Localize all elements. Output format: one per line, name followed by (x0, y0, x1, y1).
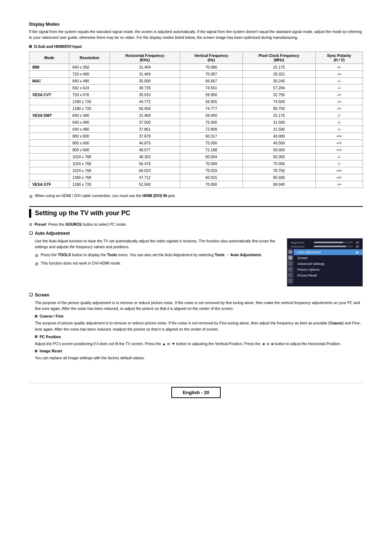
icon2: Q (288, 255, 293, 260)
data-cell: 95.750 (242, 105, 315, 112)
brightness-row: Brightness 45 (287, 241, 363, 245)
footer-box: English - 20 (171, 387, 221, 398)
data-cell: 60.004 (180, 153, 242, 160)
mode-cell (29, 119, 69, 126)
auto-adjustment-note1: ⊘ Press the TOOLS button to display the … (35, 252, 279, 259)
table-row: 640 x 48037.86172.80931.500-/- (29, 126, 363, 132)
resolution-cell: 800 x 600 (69, 146, 110, 153)
section-bar (29, 209, 31, 218)
data-cell: 59.940 (180, 112, 242, 119)
data-cell: 47.712 (110, 174, 180, 181)
data-cell: 70.069 (180, 160, 242, 167)
data-cell: -/- (315, 160, 363, 167)
data-cell: 37.861 (110, 126, 180, 132)
data-cell: 72.809 (180, 126, 242, 132)
resolution-cell: 640 x 480 (69, 77, 110, 84)
data-cell: 56.476 (110, 160, 180, 167)
data-cell: +/+ (315, 167, 363, 174)
table-row: VESA GTF1280 x 72052.50070.00089.040-/+ (29, 181, 363, 188)
data-cell: -/+ (315, 70, 363, 77)
table-row: 1024 x 76856.47670.06975.000-/- (29, 160, 363, 167)
resolution-cell: 800 x 600 (69, 132, 110, 139)
mode-cell: VESA GTF (29, 181, 69, 188)
mode-cell (29, 70, 69, 77)
data-cell: -/- (315, 77, 363, 84)
resolution-cell: 720 x 576 (69, 91, 110, 98)
data-cell: 59.950 (180, 91, 242, 98)
data-cell: 56.456 (110, 105, 180, 112)
display-modes-intro: If the signal from the system equals the… (29, 29, 363, 41)
dsub-hdmi-heading: D-Sub and HDMI/DVI Input (29, 44, 363, 49)
menu-item: Advanced Settings (294, 261, 363, 267)
mode-cell: IBM (29, 64, 69, 70)
data-cell: -/- (315, 119, 363, 126)
table-row: 1280 x 72056.45674.77795.750-/+ (29, 105, 363, 112)
data-cell: 60.023 (110, 167, 180, 174)
table-row: 800 x 60046.87575.00049.500+/+ (29, 139, 363, 146)
data-cell: 72.188 (180, 146, 242, 153)
table-row: MAC640 x 48035.00066.66730.240-/- (29, 77, 363, 84)
icon5 (288, 273, 293, 277)
data-cell: +/- (315, 64, 363, 70)
data-cell: 60.317 (180, 132, 242, 139)
data-cell: 75.000 (180, 139, 242, 146)
coarse-fine-heading: Coarse / Fine (35, 314, 363, 318)
data-cell: +/+ (315, 139, 363, 146)
data-cell: -/+ (315, 91, 363, 98)
sharpness-label: Sharpness (291, 245, 313, 248)
auto-adjustment-content: Use the Auto Adjust function to have the… (29, 238, 363, 287)
coarse-fine-body: The purpose of picture quality adjustmen… (35, 320, 363, 332)
data-cell: 59.855 (180, 98, 242, 105)
col-hfreq: Horizontal Frequency(KHz) (110, 52, 180, 64)
mode-cell: VESA CVT (29, 91, 69, 98)
data-cell: +/+ (315, 146, 363, 153)
mode-cell: MAC (29, 77, 69, 84)
data-cell: -/- (315, 112, 363, 119)
mode-cell (29, 160, 69, 167)
screen-title: Screen (29, 292, 363, 298)
display-modes-section: Display Modes If the signal from the sys… (29, 22, 363, 200)
table-row: 800 x 60048.07772.18850.000+/+ (29, 146, 363, 153)
col-vfreq: Vertical Frequency(Hz) (180, 52, 242, 64)
auto-adjustment-title: Auto Adjustment (29, 231, 363, 236)
auto-adjustment-left: Use the Auto Adjust function to have the… (29, 238, 279, 287)
mode-cell (29, 132, 69, 139)
data-cell: 30.240 (242, 77, 315, 84)
setting-section-title: Setting up the TV with your PC (35, 209, 130, 217)
data-cell: 37.500 (110, 119, 180, 126)
data-cell: 28.322 (242, 70, 315, 77)
auto-adjustment-note2: ⊘ This function does not work in DVI-HDM… (35, 261, 279, 267)
data-cell: 85.500 (242, 174, 315, 181)
table-row: 640 x 48037.50075.00031.500-/- (29, 119, 363, 126)
screen-section: Screen The purpose of the picture qualit… (29, 292, 363, 361)
table-row: 720 x 40031.46970.08728.322-/+ (29, 70, 363, 77)
menu-item: Auto Adjustment▶ (294, 249, 363, 255)
note1-icon: ⊘ (35, 252, 38, 259)
data-cell: 40.000 (242, 132, 315, 139)
data-cell: 52.500 (110, 181, 180, 188)
data-cell: 31.500 (242, 119, 315, 126)
resolution-cell: 1024 x 768 (69, 167, 110, 174)
screen-body: The purpose of the picture quality adjus… (35, 300, 363, 312)
resolution-cell: 1360 x 768 (69, 174, 110, 181)
data-cell: 49.500 (242, 139, 315, 146)
icon6 (288, 279, 293, 283)
data-cell: 74.500 (242, 98, 315, 105)
data-cell: -/- (315, 153, 363, 160)
menu-item: Picture Options (294, 267, 363, 273)
resolution-cell: 1280 x 720 (69, 98, 110, 105)
icon4 (288, 267, 293, 271)
data-cell: 25.175 (242, 112, 315, 119)
resolution-cell: 640 x 480 (69, 112, 110, 119)
data-cell: 65.000 (242, 153, 315, 160)
side-icons: Q (287, 249, 294, 284)
data-cell: 75.000 (242, 160, 315, 167)
note1-text: Press the TOOLS button to display the To… (41, 252, 262, 258)
hdmi-note-text: When using an HDMI / DVI cable connectio… (35, 193, 176, 199)
table-row: VESA CVT720 x 57635.91059.95032.750-/+ (29, 91, 363, 98)
data-cell: -/- (315, 126, 363, 132)
resolution-cell: 1280 x 720 (69, 181, 110, 188)
table-row: 1280 x 72044.77259.85574.500-/+ (29, 98, 363, 105)
sharpness-bar-fill (314, 246, 346, 247)
col-resolution: Resolution (69, 52, 110, 64)
